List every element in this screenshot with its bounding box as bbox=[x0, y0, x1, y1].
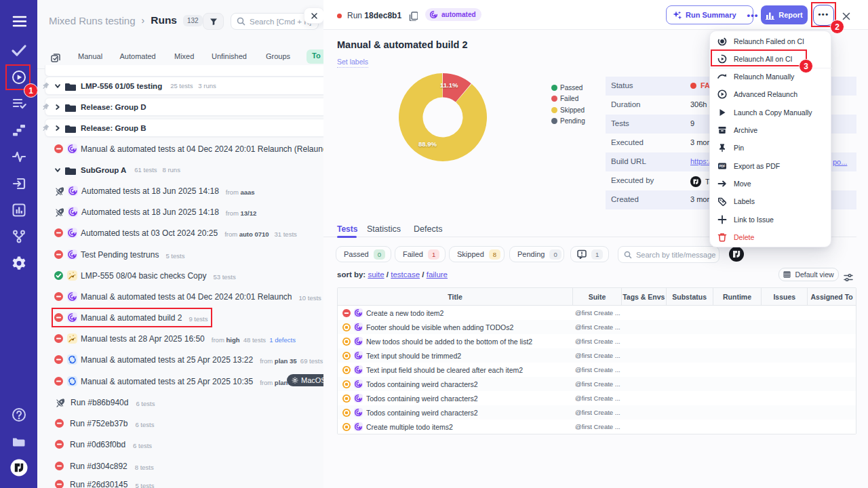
svg-text:PDF: PDF bbox=[719, 165, 725, 168]
